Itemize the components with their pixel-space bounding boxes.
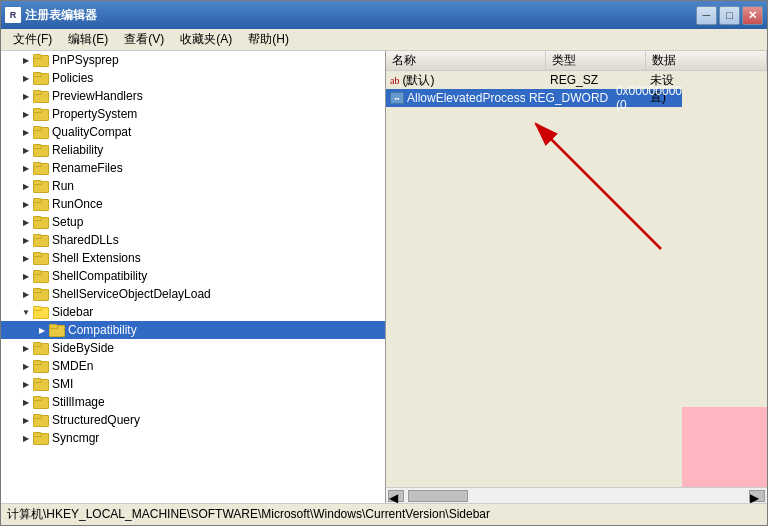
status-bar-text: 计算机\HKEY_LOCAL_MACHINE\SOFTWARE\Microsof…	[7, 506, 490, 523]
reg-icon: ▪▪	[390, 92, 404, 104]
tree-item-label: RenameFiles	[52, 161, 123, 175]
tree-item[interactable]: ▶ ShellCompatibility	[1, 267, 385, 285]
expand-icon: ▶	[21, 217, 31, 227]
window-controls: ─ □ ✕	[696, 6, 763, 25]
folder-icon	[33, 179, 49, 193]
col-header-name: 名称	[386, 51, 546, 70]
column-headers: 名称 类型 数据	[386, 51, 767, 71]
tree-item[interactable]: ▶ RunOnce	[1, 195, 385, 213]
registry-entry-allow-elevated[interactable]: ▪▪ AllowElevatedProcess REG_DWORD 0x0000…	[386, 89, 682, 107]
expand-icon: ▶	[21, 271, 31, 281]
tree-item-label: Sidebar	[52, 305, 93, 319]
tree-item-label: StillImage	[52, 395, 105, 409]
expand-icon: ▶	[21, 253, 31, 263]
expand-icon: ▶	[21, 91, 31, 101]
tree-item-label: ShellServiceObjectDelayLoad	[52, 287, 211, 301]
tree-item[interactable]: ▶ PreviewHandlers	[1, 87, 385, 105]
folder-icon	[33, 71, 49, 85]
title-bar: R 注册表编辑器 ─ □ ✕	[1, 1, 767, 29]
expand-icon: ▶	[37, 325, 47, 335]
tree-item[interactable]: ▶ SharedDLLs	[1, 231, 385, 249]
horizontal-scrollbar[interactable]: ◀ ▶	[386, 487, 767, 503]
tree-item-label: SMDEn	[52, 359, 93, 373]
window-icon: R	[5, 7, 21, 23]
folder-icon	[33, 431, 49, 445]
expand-icon: ▶	[21, 73, 31, 83]
menu-file[interactable]: 文件(F)	[5, 29, 60, 50]
expand-icon: ▶	[21, 127, 31, 137]
expand-icon: ▶	[21, 199, 31, 209]
tree-item[interactable]: ▶ SideBySide	[1, 339, 385, 357]
folder-icon	[33, 359, 49, 373]
folder-icon	[33, 53, 49, 67]
minimize-button[interactable]: ─	[696, 6, 717, 25]
tree-item[interactable]: ▶ Setup	[1, 213, 385, 231]
tree-item-label: Run	[52, 179, 74, 193]
registry-editor-window: R 注册表编辑器 ─ □ ✕ 文件(F) 编辑(E) 查看(V) 收藏夹(A) …	[0, 0, 768, 526]
tree-item-label: Syncmgr	[52, 431, 99, 445]
tree-item-label: RunOnce	[52, 197, 103, 211]
tree-item[interactable]: ▶ StructuredQuery	[1, 411, 385, 429]
main-content: ▶ PnPSysprep ▶ Policies ▶ PreviewHandler…	[1, 51, 767, 503]
tree-item-label: Setup	[52, 215, 83, 229]
entries-area[interactable]: ab (默认) REG_SZ (数值未设置) ▪▪ AllowElevatedP…	[386, 71, 682, 487]
tree-item[interactable]: ▶ Policies	[1, 69, 385, 87]
window-title: 注册表编辑器	[25, 7, 696, 24]
tree-item[interactable]: ▶ ShellServiceObjectDelayLoad	[1, 285, 385, 303]
expand-icon: ▶	[21, 109, 31, 119]
expand-icon: ▶	[21, 379, 31, 389]
tree-item-label: StructuredQuery	[52, 413, 140, 427]
maximize-button[interactable]: □	[719, 6, 740, 25]
folder-icon	[33, 251, 49, 265]
tree-item[interactable]: ▶ StillImage	[1, 393, 385, 411]
tree-item[interactable]: ▶ Syncmgr	[1, 429, 385, 447]
menu-bar: 文件(F) 编辑(E) 查看(V) 收藏夹(A) 帮助(H)	[1, 29, 767, 51]
tree-item[interactable]: ▶ Run	[1, 177, 385, 195]
tree-item-label: Reliability	[52, 143, 103, 157]
folder-icon	[33, 125, 49, 139]
tree-item[interactable]: ▶ PnPSysprep	[1, 51, 385, 69]
folder-icon	[33, 287, 49, 301]
tree-item-sidebar[interactable]: ▼ Sidebar	[1, 303, 385, 321]
tree-item-label: SideBySide	[52, 341, 114, 355]
folder-icon	[33, 395, 49, 409]
tree-item[interactable]: ▶ RenameFiles	[1, 159, 385, 177]
scroll-left-button[interactable]: ◀	[388, 490, 404, 502]
expand-icon: ▼	[21, 307, 31, 317]
entry-type: REG_DWORD	[525, 91, 612, 105]
close-button[interactable]: ✕	[742, 6, 763, 25]
folder-icon	[33, 215, 49, 229]
tree-panel[interactable]: ▶ PnPSysprep ▶ Policies ▶ PreviewHandler…	[1, 51, 386, 503]
tree-item-label: Policies	[52, 71, 93, 85]
expand-icon: ▶	[21, 181, 31, 191]
menu-edit[interactable]: 编辑(E)	[60, 29, 116, 50]
tree-item-label: Shell Extensions	[52, 251, 141, 265]
menu-favorites[interactable]: 收藏夹(A)	[172, 29, 240, 50]
tree-item[interactable]: ▶ QualityCompat	[1, 123, 385, 141]
tree-item-label: SharedDLLs	[52, 233, 119, 247]
expand-icon: ▶	[21, 289, 31, 299]
folder-icon	[33, 107, 49, 121]
tree-item[interactable]: ▶ Reliability	[1, 141, 385, 159]
scroll-right-button[interactable]: ▶	[749, 490, 765, 502]
expand-icon: ▶	[21, 145, 31, 155]
tree-item-shell-extensions[interactable]: ▶ Shell Extensions	[1, 249, 385, 267]
entry-name-label: (默认)	[402, 72, 434, 89]
menu-help[interactable]: 帮助(H)	[240, 29, 297, 50]
menu-view[interactable]: 查看(V)	[116, 29, 172, 50]
scroll-thumb[interactable]	[408, 490, 468, 502]
tree-item[interactable]: ▶ SMI	[1, 375, 385, 393]
folder-open-icon	[33, 305, 49, 319]
expand-icon: ▶	[21, 415, 31, 425]
tree-item-label: QualityCompat	[52, 125, 131, 139]
tree-item-label: PnPSysprep	[52, 53, 119, 67]
expand-icon: ▶	[21, 433, 31, 443]
expand-icon: ▶	[21, 163, 31, 173]
tree-item-compatibility[interactable]: ▶ Compatibility	[1, 321, 385, 339]
tree-item[interactable]: ▶ PropertySystem	[1, 105, 385, 123]
folder-icon	[33, 269, 49, 283]
expand-icon: ▶	[21, 55, 31, 65]
tree-item[interactable]: ▶ SMDEn	[1, 357, 385, 375]
folder-icon	[33, 377, 49, 391]
folder-icon	[33, 413, 49, 427]
